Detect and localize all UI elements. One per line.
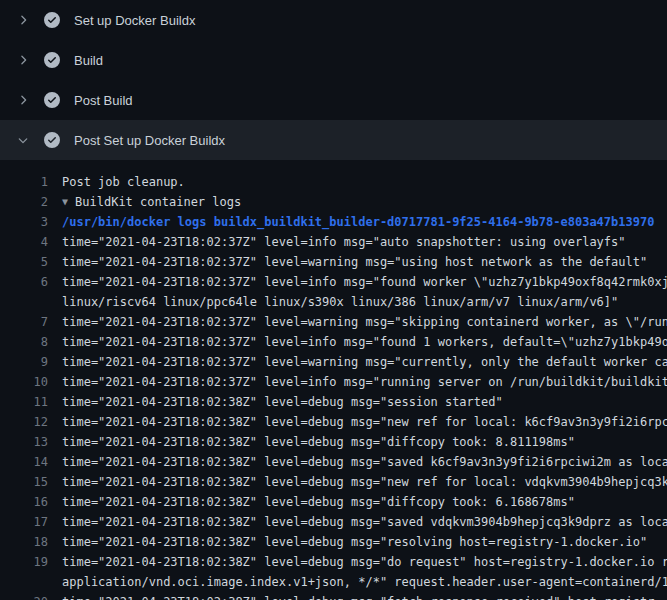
- log-line: 16 time="2021-04-23T18:02:38Z" level=deb…: [0, 492, 667, 512]
- log-text: time="2021-04-23T18:02:37Z" level=info m…: [62, 332, 667, 352]
- line-number[interactable]: 17: [0, 512, 62, 532]
- log-line: 1 Post job cleanup.: [0, 172, 667, 192]
- line-number[interactable]: 19: [0, 552, 62, 572]
- log-text: application/vnd.oci.image.index.v1+json,…: [62, 572, 667, 592]
- log-text: time="2021-04-23T18:02:38Z" level=debug …: [62, 512, 667, 532]
- log-line: 15 time="2021-04-23T18:02:38Z" level=deb…: [0, 472, 667, 492]
- log-text: linux/riscv64 linux/ppc64le linux/s390x …: [62, 292, 667, 312]
- log-group-header[interactable]: 2 ▼ BuildKit container logs: [0, 192, 667, 212]
- log-line: 11 time="2021-04-23T18:02:38Z" level=deb…: [0, 392, 667, 412]
- log-text: time="2021-04-23T18:02:38Z" level=debug …: [62, 392, 667, 412]
- log-line: 20 time="2021-04-23T18:02:38Z" level=deb…: [0, 592, 667, 600]
- log-text: time="2021-04-23T18:02:37Z" level=info m…: [62, 372, 667, 392]
- log-line: 6 time="2021-04-23T18:02:37Z" level=info…: [0, 272, 667, 292]
- log-line-continuation: application/vnd.oci.image.index.v1+json,…: [0, 572, 667, 592]
- chevron-right-icon: [16, 93, 30, 107]
- log-text: time="2021-04-23T18:02:38Z" level=debug …: [62, 532, 667, 552]
- log-text: time="2021-04-23T18:02:37Z" level=warnin…: [62, 312, 667, 332]
- log-text: time="2021-04-23T18:02:38Z" level=debug …: [62, 552, 667, 572]
- log-text: time="2021-04-23T18:02:38Z" level=debug …: [62, 452, 667, 472]
- step-header-setup-docker-buildx[interactable]: Set up Docker Buildx: [0, 0, 667, 40]
- line-number[interactable]: 11: [0, 392, 62, 412]
- line-number[interactable]: 15: [0, 472, 62, 492]
- line-number[interactable]: 6: [0, 272, 62, 292]
- log-line: 13 time="2021-04-23T18:02:38Z" level=deb…: [0, 432, 667, 452]
- line-number[interactable]: 2: [0, 192, 62, 212]
- log-line: 18 time="2021-04-23T18:02:38Z" level=deb…: [0, 532, 667, 552]
- log-line: 17 time="2021-04-23T18:02:38Z" level=deb…: [0, 512, 667, 532]
- check-circle-icon: [44, 12, 60, 28]
- line-number[interactable]: 13: [0, 432, 62, 452]
- log-line: 19 time="2021-04-23T18:02:38Z" level=deb…: [0, 552, 667, 572]
- log-text: /usr/bin/docker logs buildx_buildkit_bui…: [62, 212, 667, 232]
- step-log-output: 1 Post job cleanup. 2 ▼ BuildKit contain…: [0, 160, 667, 600]
- log-line: 9 time="2021-04-23T18:02:37Z" level=warn…: [0, 352, 667, 372]
- log-text: time="2021-04-23T18:02:38Z" level=debug …: [62, 412, 667, 432]
- log-text: Post job cleanup.: [62, 172, 667, 192]
- chevron-right-icon: [16, 53, 30, 67]
- log-text: time="2021-04-23T18:02:38Z" level=debug …: [62, 432, 667, 452]
- step-header-post-setup-docker-buildx[interactable]: Post Set up Docker Buildx: [0, 120, 667, 160]
- step-header-build[interactable]: Build: [0, 40, 667, 80]
- step-label: Post Set up Docker Buildx: [74, 133, 225, 148]
- check-circle-icon: [44, 132, 60, 148]
- log-text: time="2021-04-23T18:02:38Z" level=debug …: [62, 472, 667, 492]
- log-text: time="2021-04-23T18:02:37Z" level=info m…: [62, 232, 667, 252]
- log-line: 14 time="2021-04-23T18:02:38Z" level=deb…: [0, 452, 667, 472]
- line-number[interactable]: 4: [0, 232, 62, 252]
- group-expand-triangle-icon[interactable]: ▼: [62, 192, 68, 212]
- line-number[interactable]: 18: [0, 532, 62, 552]
- log-group-title: BuildKit container logs: [75, 192, 667, 212]
- log-line: 10 time="2021-04-23T18:02:37Z" level=inf…: [0, 372, 667, 392]
- line-number[interactable]: 8: [0, 332, 62, 352]
- step-label: Post Build: [74, 93, 133, 108]
- line-number: [0, 292, 62, 312]
- log-line: 4 time="2021-04-23T18:02:37Z" level=info…: [0, 232, 667, 252]
- log-line-command: 3 /usr/bin/docker logs buildx_buildkit_b…: [0, 212, 667, 232]
- log-line: 5 time="2021-04-23T18:02:37Z" level=warn…: [0, 252, 667, 272]
- log-line-continuation: linux/riscv64 linux/ppc64le linux/s390x …: [0, 292, 667, 312]
- check-circle-icon: [44, 92, 60, 108]
- log-line: 8 time="2021-04-23T18:02:37Z" level=info…: [0, 332, 667, 352]
- log-text: time="2021-04-23T18:02:38Z" level=debug …: [62, 592, 667, 600]
- chevron-right-icon: [16, 13, 30, 27]
- log-line: 12 time="2021-04-23T18:02:38Z" level=deb…: [0, 412, 667, 432]
- log-text: time="2021-04-23T18:02:37Z" level=info m…: [62, 272, 667, 292]
- step-label: Set up Docker Buildx: [74, 13, 195, 28]
- line-number[interactable]: 1: [0, 172, 62, 192]
- line-number[interactable]: 3: [0, 212, 62, 232]
- line-number: [0, 572, 62, 592]
- line-number[interactable]: 10: [0, 372, 62, 392]
- log-text: time="2021-04-23T18:02:38Z" level=debug …: [62, 492, 667, 512]
- step-label: Build: [74, 53, 103, 68]
- step-header-post-build[interactable]: Post Build: [0, 80, 667, 120]
- line-number[interactable]: 5: [0, 252, 62, 272]
- chevron-down-icon: [16, 133, 30, 147]
- check-circle-icon: [44, 52, 60, 68]
- actions-log-viewer: Set up Docker Buildx Build Post Build Po…: [0, 0, 667, 600]
- log-text: time="2021-04-23T18:02:37Z" level=warnin…: [62, 252, 667, 272]
- line-number[interactable]: 16: [0, 492, 62, 512]
- line-number[interactable]: 7: [0, 312, 62, 332]
- line-number[interactable]: 9: [0, 352, 62, 372]
- log-line: 7 time="2021-04-23T18:02:37Z" level=warn…: [0, 312, 667, 332]
- log-text: time="2021-04-23T18:02:37Z" level=warnin…: [62, 352, 667, 372]
- line-number[interactable]: 12: [0, 412, 62, 432]
- line-number[interactable]: 14: [0, 452, 62, 472]
- line-number[interactable]: 20: [0, 592, 62, 600]
